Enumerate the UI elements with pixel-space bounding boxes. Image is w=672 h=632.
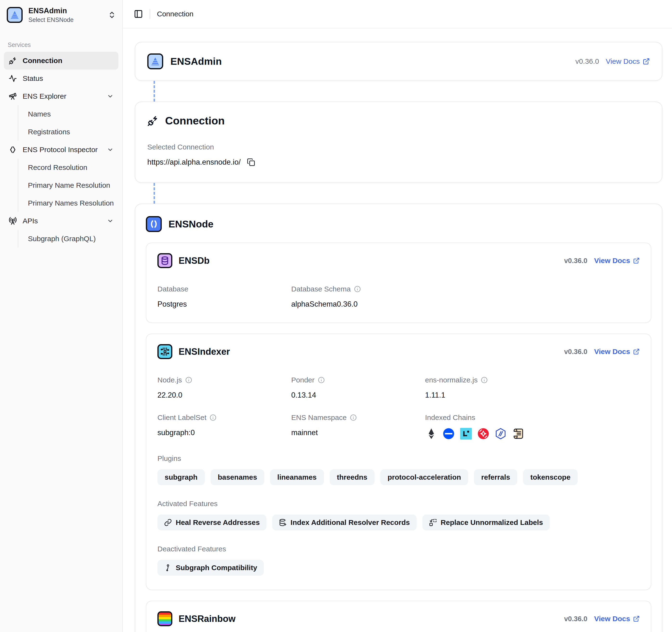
ensnode-brackets-icon [148, 219, 159, 229]
external-link-icon [633, 615, 640, 622]
activated-features-row: Heal Reverse Addresses Index Additional … [158, 514, 640, 530]
plugin-badge: lineanames [270, 469, 324, 485]
ensindexer-card-title: ENSIndexer [178, 346, 230, 357]
header-divider [150, 9, 150, 19]
selected-connection-label: Selected Connection [147, 143, 650, 151]
protocol-inspector-children: Record Resolution Primary Name Resolutio… [18, 159, 118, 212]
chevron-down-icon[interactable] [107, 93, 114, 100]
sidebar-item-label: ENS Explorer [23, 92, 67, 100]
field-label: ENS Namespace [291, 413, 346, 422]
field-label: Indexed Chains [425, 413, 475, 422]
chain-base-icon [442, 428, 455, 440]
plugin-badge: subgraph [158, 469, 205, 485]
field-label: Node.js [158, 376, 182, 384]
flow-connector [153, 183, 155, 203]
page-content: ENSAdmin v0.36.0 View Docs Connection [123, 28, 672, 632]
sidebar-item-names[interactable]: Names [18, 105, 118, 123]
database-plus-icon [279, 519, 287, 526]
link-icon [164, 519, 172, 526]
plugins-label: Plugins [158, 454, 640, 463]
ensrainbow-card-title: ENSRainbow [178, 614, 235, 624]
rainbow-icon [159, 612, 172, 626]
field-value: alphaSchema0.36.0 [291, 300, 640, 309]
main-area: Connection ENSAdmin v0.36.0 View Docs [123, 0, 672, 632]
database-icon [160, 256, 170, 265]
info-icon[interactable] [354, 286, 361, 292]
field-indexed-chains: Indexed Chains [425, 413, 640, 440]
view-docs-link[interactable]: View Docs [606, 57, 650, 66]
copy-url-button[interactable] [247, 158, 255, 166]
sidebar-item-ens-protocol-inspector[interactable]: ENS Protocol Inspector [4, 141, 118, 159]
activity-icon [9, 74, 17, 82]
feature-badge-replace-unnormalized-labels: Replace Unnormalized Labels [423, 514, 550, 530]
sidebar-item-record-resolution[interactable]: Record Resolution [18, 159, 118, 176]
ensrainbow-card: ENSRainbow v0.36.0 View Docs Server La [146, 601, 651, 632]
sidebar-nav: Connection Status ENS Explorer Names Reg… [0, 52, 122, 248]
plugin-badge: threedns [330, 469, 375, 485]
field-client-labelset: Client LabelSet subgraph:0 [158, 413, 291, 440]
breadcrumb: Connection [157, 10, 193, 18]
radio-tower-icon [9, 217, 17, 225]
chain-scroll-icon [512, 428, 524, 440]
feature-label: Heal Reverse Addresses [176, 518, 260, 527]
version-badge: v0.36.0 [575, 57, 599, 66]
view-docs-link[interactable]: View Docs [594, 257, 640, 265]
plug-zap-icon [9, 56, 17, 65]
plugin-badge: basenames [211, 469, 264, 485]
sidebar-item-label: Registrations [28, 128, 70, 136]
connection-url: https://api.alpha.ensnode.io/ [147, 158, 241, 167]
ensadmin-triangle-icon [150, 56, 161, 67]
field-value: mainnet [291, 429, 425, 437]
ensnode-logo [146, 216, 162, 232]
info-icon[interactable] [350, 414, 357, 421]
sidebar-item-registrations[interactable]: Registrations [18, 123, 118, 141]
sidebar-item-label: Primary Name Resolution [28, 181, 110, 189]
chevrons-up-down-icon [108, 11, 116, 19]
git-fork-icon [164, 564, 172, 572]
plugins-row: subgraph basenames lineanames threedns p… [158, 469, 640, 485]
field-value: 1.11.1 [425, 391, 640, 399]
field-label: Database [158, 285, 188, 293]
plugin-badge: referrals [474, 469, 517, 485]
chevron-down-icon[interactable] [107, 146, 114, 153]
app-title: ENSAdmin [28, 6, 74, 16]
sidebar-item-apis[interactable]: APIs [4, 212, 118, 230]
sidebar-item-label: Names [28, 110, 51, 118]
field-value: subgraph:0 [158, 429, 291, 437]
view-docs-link[interactable]: View Docs [594, 615, 640, 623]
sidebar-item-label: APIs [23, 217, 38, 225]
view-docs-label: View Docs [594, 257, 630, 265]
ensnode-selector-button[interactable]: ENSAdmin Select ENSNode [0, 0, 122, 29]
sidebar-item-primary-name-resolution[interactable]: Primary Name Resolution [18, 176, 118, 194]
sidebar-item-primary-names-resolution[interactable]: Primary Names Resolution [18, 194, 118, 212]
info-icon[interactable] [318, 376, 325, 383]
info-icon[interactable] [185, 376, 192, 383]
sidebar-item-label: Status [23, 74, 43, 82]
ens-explorer-children: Names Registrations [18, 105, 118, 141]
sidebar-item-ens-explorer[interactable]: ENS Explorer [4, 87, 118, 105]
ensadmin-card-title: ENSAdmin [170, 56, 222, 67]
chain-optimism-icon [477, 428, 489, 440]
ensnode-card-title: ENSNode [168, 219, 214, 230]
ensdb-card: ENSDb v0.36.0 View Docs Database [146, 243, 651, 323]
ensdb-card-title: ENSDb [178, 256, 210, 266]
view-docs-link[interactable]: View Docs [594, 347, 640, 356]
sidebar: ENSAdmin Select ENSNode Services Connect… [0, 0, 123, 632]
feature-label: Subgraph Compatibility [176, 564, 257, 572]
feature-badge-index-additional-resolver-records: Index Additional Resolver Records [272, 514, 417, 530]
ensadmin-triangle-icon [9, 9, 20, 21]
view-docs-label: View Docs [606, 57, 640, 66]
circuit-icon [160, 346, 170, 357]
ensindexer-logo [158, 344, 172, 359]
ensrainbow-logo [158, 611, 172, 626]
field-database-schema: Database Schema alphaSchema0.36.0 [291, 285, 640, 309]
sidebar-item-connection[interactable]: Connection [4, 52, 118, 70]
sidebar-item-subgraph-graphql[interactable]: Subgraph (GraphQL) [18, 230, 118, 248]
sidebar-toggle-button[interactable] [134, 9, 143, 19]
sidebar-item-status[interactable]: Status [4, 70, 118, 87]
info-icon[interactable] [481, 376, 488, 383]
sidebar-item-label: Primary Names Resolution [28, 199, 114, 207]
info-icon[interactable] [210, 414, 216, 421]
apis-children: Subgraph (GraphQL) [18, 230, 118, 248]
chevron-down-icon[interactable] [107, 218, 114, 224]
